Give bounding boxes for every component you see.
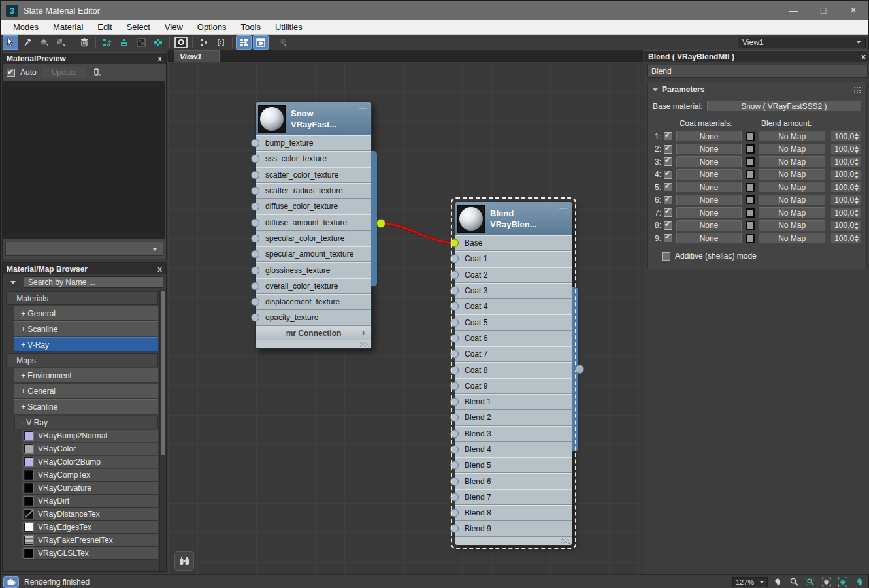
- coat-enable-checkbox[interactable]: [664, 196, 672, 204]
- menu-modes[interactable]: Modes: [6, 20, 46, 34]
- input-socket[interactable]: [450, 350, 459, 359]
- coat-material-button[interactable]: None: [676, 195, 742, 206]
- browser-item-general[interactable]: + General: [14, 306, 158, 321]
- material-name-field[interactable]: [647, 65, 868, 78]
- node-slot-coat-4[interactable]: Coat 4: [455, 299, 572, 314]
- spinner-up-icon[interactable]: [855, 133, 859, 136]
- input-socket[interactable]: [450, 366, 459, 374]
- spinner-up-icon[interactable]: [855, 222, 859, 225]
- material-parameter-editor-icon[interactable]: [236, 35, 252, 50]
- node-slot-opacity_texture[interactable]: opacity_texture: [256, 310, 371, 325]
- browser-group-header[interactable]: - Materials: [6, 291, 158, 305]
- menu-select[interactable]: Select: [120, 20, 157, 34]
- close-button[interactable]: ×: [838, 1, 868, 20]
- spinner-up-icon[interactable]: [855, 158, 859, 161]
- blend-amount-spinner[interactable]: 100,0: [830, 207, 861, 218]
- menu-edit[interactable]: Edit: [90, 20, 119, 34]
- coat-color-swatch[interactable]: [746, 157, 755, 167]
- blend-node-header[interactable]: Blend VRayBlen... —: [455, 202, 572, 235]
- map-item-vrayfakefresneltex[interactable]: VRayFakeFresnelTex: [22, 534, 158, 547]
- browser-scrollbar[interactable]: [159, 290, 166, 571]
- blend-amount-spinner[interactable]: 100,0: [830, 144, 861, 155]
- coat-color-swatch[interactable]: [746, 170, 755, 179]
- input-socket[interactable]: [450, 302, 459, 311]
- spinner-down-icon[interactable]: [855, 163, 859, 166]
- blend-amount-spinner[interactable]: 100,0: [830, 169, 861, 180]
- input-socket[interactable]: [450, 461, 459, 470]
- close-icon[interactable]: x: [861, 54, 866, 60]
- browser-options-dropdown[interactable]: [5, 276, 21, 288]
- blend-amount-spinner[interactable]: 100,0: [830, 195, 861, 206]
- blend-amount-map-button[interactable]: No Map: [759, 169, 825, 180]
- update-button[interactable]: Update: [42, 67, 87, 78]
- blend-amount-map-button[interactable]: No Map: [759, 207, 825, 218]
- coat-material-button[interactable]: None: [676, 233, 742, 244]
- map-item-vraycolor2bump[interactable]: VRayColor2Bump: [22, 456, 158, 468]
- spinner-down-icon[interactable]: [855, 176, 859, 179]
- close-icon[interactable]: x: [157, 56, 162, 62]
- pan-to-selection-icon[interactable]: [853, 576, 866, 588]
- map-item-vraycolor[interactable]: VRayColor: [22, 443, 158, 455]
- coat-color-swatch[interactable]: [746, 132, 755, 141]
- input-socket[interactable]: [450, 493, 459, 501]
- map-item-vrayedgestex[interactable]: VRayEdgesTex: [22, 521, 158, 534]
- map-item-vrayglsltex[interactable]: VRayGLSLTex: [22, 547, 158, 560]
- maximize-button[interactable]: □: [808, 1, 838, 20]
- menu-options[interactable]: Options: [190, 20, 234, 34]
- coat-enable-checkbox[interactable]: [664, 171, 672, 179]
- node-slot-coat-5[interactable]: Coat 5: [455, 314, 572, 330]
- spinner-down-icon[interactable]: [855, 227, 859, 230]
- spinner-up-icon[interactable]: [855, 184, 859, 187]
- spinner-arrows-icon[interactable]: [855, 184, 859, 191]
- blend-amount-map-button[interactable]: No Map: [759, 233, 825, 244]
- coat-color-swatch[interactable]: [746, 195, 755, 204]
- material-preview-window-icon[interactable]: [253, 35, 269, 50]
- coat-enable-checkbox[interactable]: [664, 221, 672, 230]
- blend-amount-map-button[interactable]: No Map: [759, 156, 825, 167]
- spinner-down-icon[interactable]: [855, 201, 859, 204]
- coat-enable-checkbox[interactable]: [664, 183, 672, 191]
- node-slot-coat-7[interactable]: Coat 7: [455, 346, 572, 362]
- browser-item-general[interactable]: + General: [14, 384, 158, 399]
- spinner-up-icon[interactable]: [855, 197, 859, 200]
- spinner-down-icon[interactable]: [855, 214, 859, 217]
- node-slot-scatter_radius_texture[interactable]: scatter_radius_texture: [256, 183, 371, 199]
- map-item-vraydirt[interactable]: VRayDirt: [22, 495, 158, 508]
- input-socket[interactable]: [251, 314, 259, 322]
- delete-selected-icon[interactable]: [76, 35, 92, 50]
- coat-color-swatch[interactable]: [746, 208, 755, 218]
- coat-material-button[interactable]: None: [676, 169, 742, 180]
- coat-enable-checkbox[interactable]: [664, 234, 672, 242]
- input-socket[interactable]: [450, 382, 459, 390]
- node-canvas[interactable]: Snow VRayFast... — bump_texturesss_color…: [168, 62, 643, 574]
- coat-enable-checkbox[interactable]: [664, 157, 672, 166]
- search-input[interactable]: [24, 276, 163, 288]
- node-slot-coat-8[interactable]: Coat 8: [455, 362, 572, 378]
- input-socket[interactable]: [450, 525, 459, 533]
- additive-shellac-checkbox[interactable]: [662, 252, 670, 261]
- node-slot-coat-1[interactable]: Coat 1: [455, 251, 572, 267]
- parameters-rollout-header[interactable]: Parameters: [648, 82, 866, 97]
- input-socket[interactable]: [251, 234, 259, 242]
- blend-amount-map-button[interactable]: No Map: [759, 144, 825, 155]
- snow-output-socket[interactable]: [376, 219, 385, 228]
- input-socket[interactable]: [450, 414, 459, 422]
- input-socket[interactable]: [450, 255, 459, 263]
- spinner-down-icon[interactable]: [855, 150, 859, 154]
- coat-color-swatch[interactable]: [746, 234, 755, 243]
- input-socket[interactable]: [251, 266, 259, 274]
- node-slot-sss_color_texture[interactable]: sss_color_texture: [256, 151, 371, 167]
- coat-material-button[interactable]: None: [676, 156, 742, 167]
- node-slot-specular_amount_texture[interactable]: specular_amount_texture: [256, 246, 371, 262]
- menu-utilities[interactable]: Utilities: [268, 20, 310, 34]
- blend-amount-spinner[interactable]: 100,0: [830, 131, 861, 142]
- tab-view1[interactable]: View1: [174, 50, 220, 62]
- input-socket[interactable]: [251, 203, 259, 211]
- input-socket[interactable]: [450, 398, 459, 406]
- spinner-arrows-icon[interactable]: [855, 158, 859, 166]
- zoom-icon[interactable]: [787, 576, 800, 588]
- map-item-vraydistancetex[interactable]: VRayDistanceTex: [22, 508, 158, 521]
- blend-amount-spinner[interactable]: 100,0: [830, 233, 861, 244]
- coat-color-swatch[interactable]: [746, 221, 755, 230]
- blend-material-node[interactable]: Blend VRayBlen... — BaseCoat 1Coat 2Coat…: [455, 201, 572, 546]
